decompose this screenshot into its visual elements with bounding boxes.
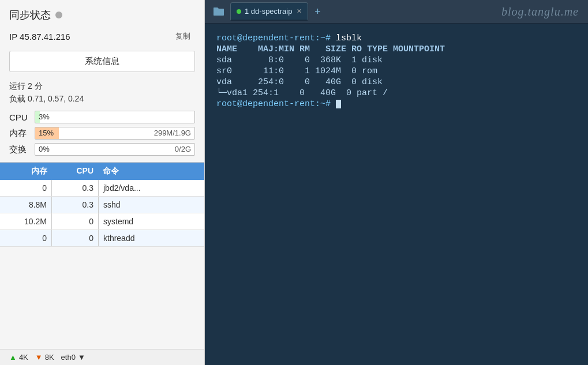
uptime-label: 运行 2 分	[9, 81, 195, 92]
terminal-line: sr0 11:0 1 1024M 0 rom	[216, 66, 576, 76]
mem-row: 内存 15% 299M/1.9G	[0, 125, 204, 141]
sync-status-row: 同步状态	[0, 0, 204, 28]
process-rows: 0 0.3 jbd2/vda... 8.8M 0.3 sshd 10.2M 0 …	[0, 180, 204, 247]
mem-bar: 15% 299M/1.9G	[35, 127, 195, 140]
cpu-label: CPU	[9, 112, 30, 122]
mem-right: 299M/1.9G	[154, 129, 191, 137]
mem-value: 15%	[39, 129, 54, 137]
swap-label: 交换	[9, 144, 30, 155]
proc-mem: 8.8M	[0, 197, 52, 213]
terminal-line: └─vda1 254:1 0 40G 0 part /	[216, 88, 576, 98]
tab-label: 1 dd-spectraip	[245, 7, 292, 16]
table-row: 0 0 kthreadd	[0, 230, 204, 247]
col-cpu: CPU	[52, 163, 98, 180]
copy-button[interactable]: 复制	[171, 30, 195, 43]
proc-mem: 10.2M	[0, 213, 52, 229]
terminal[interactable]: root@dependent-rent:~# lsblkNAME MAJ:MIN…	[205, 24, 588, 365]
proc-cpu: 0	[52, 213, 98, 229]
up-arrow: ▲	[9, 353, 17, 362]
proc-cpu: 0.3	[52, 197, 98, 213]
terminal-header: NAME MAJ:MIN RM SIZE RO TYPE MOUNTPOINT	[216, 44, 445, 54]
terminal-data: sr0 11:0 1 1024M 0 rom	[216, 66, 377, 76]
terminal-data: vda 254:0 0 40G 0 disk	[216, 77, 383, 87]
table-row: 10.2M 0 systemd	[0, 213, 204, 230]
terminal-command: lsblk	[331, 33, 362, 43]
terminal-data: └─vda1 254:1 0 40G 0 part /	[216, 88, 388, 98]
tab-close-button[interactable]: ✕	[297, 7, 302, 15]
ip-row: IP 45.87.41.216 复制	[0, 28, 204, 48]
proc-cmd: kthreadd	[98, 230, 204, 246]
interface-selector[interactable]: eth0 ▼	[61, 353, 85, 362]
sync-label: 同步状态	[9, 8, 51, 22]
ip-text: IP 45.87.41.216	[9, 32, 70, 42]
process-table: 内存 CPU 命令 0 0.3 jbd2/vda... 8.8M 0.3 ssh…	[0, 162, 204, 349]
chevron-down-icon: ▼	[78, 353, 85, 362]
table-row: 0 0.3 jbd2/vda...	[0, 180, 204, 197]
terminal-command	[331, 99, 336, 109]
col-cmd: 命令	[98, 163, 204, 180]
sync-dot	[55, 12, 62, 18]
col-mem: 内存	[0, 163, 52, 180]
terminal-line: NAME MAJ:MIN RM SIZE RO TYPE MOUNTPOINT	[216, 44, 576, 54]
bottom-bar: ▲ 4K ▼ 8K eth0 ▼	[0, 349, 204, 365]
proc-mem: 0	[0, 230, 52, 246]
right-panel: 1 dd-spectraip ✕ + blog.tanglu.me root@d…	[205, 0, 588, 365]
proc-mem: 0	[0, 180, 52, 196]
sysinfo-button[interactable]: 系统信息	[9, 51, 195, 72]
swap-value: 0%	[39, 145, 50, 153]
left-panel: 同步状态 IP 45.87.41.216 复制 系统信息 运行 2 分 负载 0…	[0, 0, 205, 365]
info-section: 运行 2 分 负载 0.71, 0.57, 0.24	[0, 78, 204, 109]
folder-icon[interactable]	[209, 2, 228, 21]
cpu-bar: 3%	[35, 111, 195, 123]
terminal-prompt: root@dependent-rent:~#	[216, 99, 331, 109]
proc-cpu: 0.3	[52, 180, 98, 196]
swap-row: 交换 0% 0/2G	[0, 141, 204, 157]
load-label: 负载 0.71, 0.57, 0.24	[9, 94, 195, 104]
watermark: blog.tanglu.me	[501, 5, 583, 18]
terminal-data: sda 8:0 0 368K 1 disk	[216, 55, 383, 65]
terminal-line: vda 254:0 0 40G 0 disk	[216, 77, 576, 87]
interface-label: eth0	[61, 353, 76, 362]
tab-bar: 1 dd-spectraip ✕ + blog.tanglu.me	[205, 0, 588, 24]
terminal-line: root@dependent-rent:~# lsblk	[216, 33, 576, 43]
terminal-prompt: root@dependent-rent:~#	[216, 33, 331, 43]
terminal-line: sda 8:0 0 368K 1 disk	[216, 55, 576, 65]
cpu-row: CPU 3%	[0, 109, 204, 125]
down-value: 8K	[45, 353, 54, 362]
proc-cmd: sshd	[98, 197, 204, 213]
tab-status-dot	[237, 9, 241, 14]
new-tab-button[interactable]: +	[310, 5, 324, 18]
cpu-value: 3%	[39, 112, 50, 121]
terminal-tab[interactable]: 1 dd-spectraip ✕	[230, 2, 308, 21]
proc-cmd: systemd	[98, 213, 204, 229]
up-value: 4K	[19, 353, 28, 362]
process-table-header: 内存 CPU 命令	[0, 163, 204, 180]
terminal-line: root@dependent-rent:~#	[216, 99, 576, 109]
proc-cpu: 0	[52, 230, 98, 246]
down-arrow: ▼	[35, 353, 43, 362]
terminal-cursor	[336, 100, 341, 108]
table-row: 8.8M 0.3 sshd	[0, 197, 204, 213]
swap-right: 0/2G	[175, 145, 191, 153]
swap-bar: 0% 0/2G	[35, 143, 195, 156]
upload-stat: ▲ 4K	[9, 353, 28, 362]
download-stat: ▼ 8K	[35, 353, 54, 362]
mem-label: 内存	[9, 128, 30, 139]
proc-cmd: jbd2/vda...	[98, 180, 204, 196]
